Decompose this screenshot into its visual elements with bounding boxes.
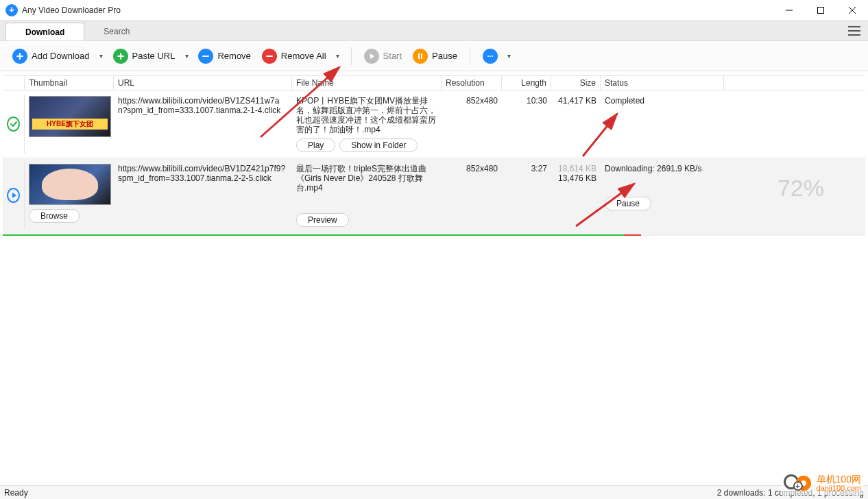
menu-icon[interactable]: [846, 23, 863, 38]
toolbar: Add Download ▾ Paste URL ▾ Remove Remove…: [0, 41, 868, 71]
svg-point-1: [487, 56, 489, 57]
pause-icon: [413, 49, 428, 64]
start-label: Start: [383, 51, 402, 61]
minus-icon: [262, 49, 277, 64]
svg-point-2: [490, 56, 491, 57]
play-icon: [364, 49, 379, 64]
row-resolution: 852x480: [442, 162, 502, 228]
col-status[interactable]: Status: [601, 76, 724, 90]
thumbnail-image: [29, 164, 111, 205]
watermark-logo-icon: +: [784, 473, 812, 494]
start-button[interactable]: Start: [360, 46, 406, 66]
add-download-label: Add Download: [32, 51, 90, 61]
row-size: 41,417 KB: [551, 95, 601, 154]
thumbnail-image: HYBE旗下女团: [29, 96, 111, 137]
col-thumbnail[interactable]: Thumbnail: [25, 76, 114, 90]
row-status: Completed: [601, 95, 724, 154]
row-length: 10:30: [502, 95, 551, 154]
close-button[interactable]: [836, 0, 868, 21]
row-url: https://www.bilibili.com/video/BV1DZ421p…: [114, 162, 292, 228]
table-header: Thumbnail URL File Name Resolution Lengt…: [3, 75, 865, 90]
remove-button[interactable]: Remove: [194, 46, 254, 66]
svg-point-3: [492, 56, 493, 57]
status-bar: Ready 2 downloads: 1 completed, 1 proces…: [0, 485, 868, 499]
minimize-button[interactable]: [773, 0, 805, 21]
more-dropdown[interactable]: ▾: [505, 49, 514, 62]
check-icon: [7, 117, 20, 132]
row-url: https://www.bilibili.com/video/BV1ZS411w…: [114, 95, 292, 154]
row-filename: KPOP丨HYBE旗下女团MV播放量排名，鲸舞蹈版直冲第一，烬前十占六，礼也超强…: [296, 96, 437, 134]
watermark: + 单机100网 danji100.com: [781, 472, 864, 495]
tab-bar: Download Search: [0, 21, 868, 41]
remove-all-label: Remove All: [281, 51, 326, 61]
remove-all-dropdown[interactable]: ▾: [333, 49, 343, 62]
play-file-button[interactable]: Play: [296, 138, 335, 152]
row-filename: 最后一场打歌！tripleS完整体出道曲《Girls Never Die》240…: [296, 164, 437, 193]
preview-button[interactable]: Preview: [296, 213, 349, 227]
paste-url-button[interactable]: Paste URL: [109, 46, 180, 66]
plus-icon: [12, 49, 27, 64]
remove-label: Remove: [217, 51, 250, 61]
browse-button[interactable]: Browse: [29, 209, 80, 223]
add-download-button[interactable]: Add Download: [8, 46, 94, 66]
window-controls: [773, 0, 868, 21]
app-title: Any Video Downloader Pro: [22, 5, 121, 15]
add-download-dropdown[interactable]: ▾: [97, 49, 106, 62]
maximize-button[interactable]: [805, 0, 836, 21]
remove-all-button[interactable]: Remove All: [258, 46, 330, 66]
col-size[interactable]: Size: [551, 76, 601, 90]
row-status: Downloading: 2691.9 KB/s: [605, 164, 701, 173]
progress-percent: 72%: [777, 175, 824, 202]
table-row[interactable]: Browse https://www.bilibili.com/video/BV…: [3, 158, 865, 236]
titlebar: Any Video Downloader Pro: [0, 0, 868, 21]
status-left: Ready: [4, 488, 28, 498]
pause-button[interactable]: Pause: [409, 46, 461, 66]
more-icon: [483, 49, 498, 64]
tab-search[interactable]: Search: [84, 23, 149, 40]
show-in-folder-button[interactable]: Show in Folder: [339, 138, 418, 152]
pause-label: Pause: [432, 51, 457, 61]
col-url[interactable]: URL: [114, 76, 292, 90]
progress-bar: [3, 234, 624, 236]
row-size: 18,614 KB 13,476 KB: [551, 162, 601, 228]
minus-icon: [198, 49, 213, 64]
paste-url-label: Paste URL: [132, 51, 176, 61]
more-button[interactable]: [479, 46, 502, 66]
col-length[interactable]: Length: [502, 76, 551, 90]
svg-rect-0: [818, 7, 824, 13]
download-list: HYBE旗下女团 https://www.bilibili.com/video/…: [3, 90, 865, 236]
col-resolution[interactable]: Resolution: [442, 76, 502, 90]
plus-icon: [113, 49, 128, 64]
paste-url-dropdown[interactable]: ▾: [182, 49, 191, 62]
pause-row-button[interactable]: Pause: [605, 197, 651, 210]
tab-download[interactable]: Download: [5, 23, 84, 40]
table-row[interactable]: HYBE旗下女团 https://www.bilibili.com/video/…: [3, 90, 865, 158]
play-icon: [7, 188, 20, 203]
progress-bar-buffer: [624, 234, 641, 236]
row-resolution: 852x480: [442, 95, 502, 154]
col-file[interactable]: File Name: [292, 76, 442, 90]
row-length: 3:27: [502, 162, 551, 228]
app-logo-icon: [5, 4, 18, 16]
